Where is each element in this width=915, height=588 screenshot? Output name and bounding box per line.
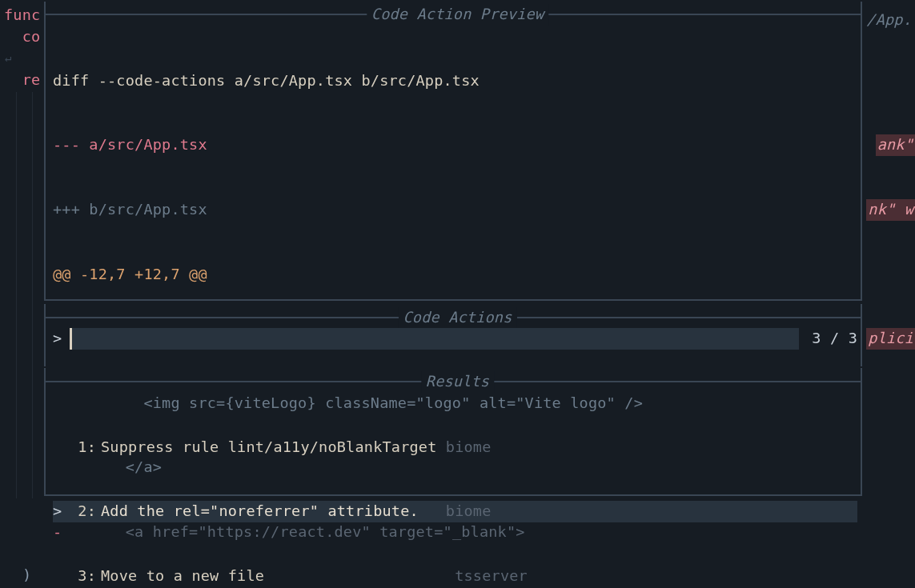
- result-source: biome: [446, 437, 492, 458]
- diagnostic-snippet-3: plici: [866, 328, 915, 350]
- prompt-icon: >: [53, 328, 62, 350]
- result-source: biome: [446, 501, 492, 522]
- result-index: 2:: [70, 501, 101, 522]
- bg-keyword-co: co: [4, 26, 40, 48]
- results-list: 1: Suppress rule lint/a11y/noBlankTarget…: [53, 394, 857, 588]
- filter-input[interactable]: [70, 328, 799, 350]
- result-marker: [53, 566, 70, 587]
- diff-cmd-line: diff --code-actions a/src/App.tsx b/src/…: [53, 70, 857, 92]
- diff-hunk: @@ -12,7 +12,7 @@: [53, 264, 857, 286]
- bg-closing-paren: ): [22, 565, 31, 586]
- result-item-3[interactable]: 3: Move to a new file tsserver: [53, 566, 857, 587]
- bg-keyword-re: re: [4, 70, 40, 91]
- result-count: 3 / 3: [812, 328, 857, 350]
- result-label: Move to a new file: [101, 566, 455, 587]
- result-label: Add the rel="noreferrer" attribute.: [101, 501, 446, 522]
- result-source: tsserver: [455, 566, 528, 587]
- filename-tab[interactable]: /App.: [866, 10, 912, 31]
- bg-keyword-func: func: [4, 5, 40, 26]
- diagnostic-snippet-1: ank": [876, 134, 915, 156]
- diagnostic-snippet-2: nk" w: [866, 199, 915, 221]
- diff-header-add: +++ b/src/App.tsx: [53, 199, 857, 221]
- return-symbol-icon: ↵: [5, 50, 12, 66]
- result-index: 3:: [70, 566, 101, 587]
- result-marker: >: [53, 501, 70, 522]
- filter-input-row: > 3 / 3: [53, 328, 857, 350]
- result-item-2[interactable]: > 2: Add the rel="noreferrer" attribute.…: [53, 501, 857, 522]
- diff-header-del: --- a/src/App.tsx: [53, 134, 857, 156]
- result-item-1[interactable]: 1: Suppress rule lint/a11y/noBlankTarget…: [53, 437, 857, 458]
- result-marker: [53, 437, 70, 458]
- result-index: 1:: [70, 437, 101, 458]
- result-label: Suppress rule lint/a11y/noBlankTarget: [101, 437, 446, 458]
- editor-gutter-left: func co ↵ re: [0, 0, 45, 107]
- editor-right-edge: /App. ank" nk" w plici: [865, 0, 915, 107]
